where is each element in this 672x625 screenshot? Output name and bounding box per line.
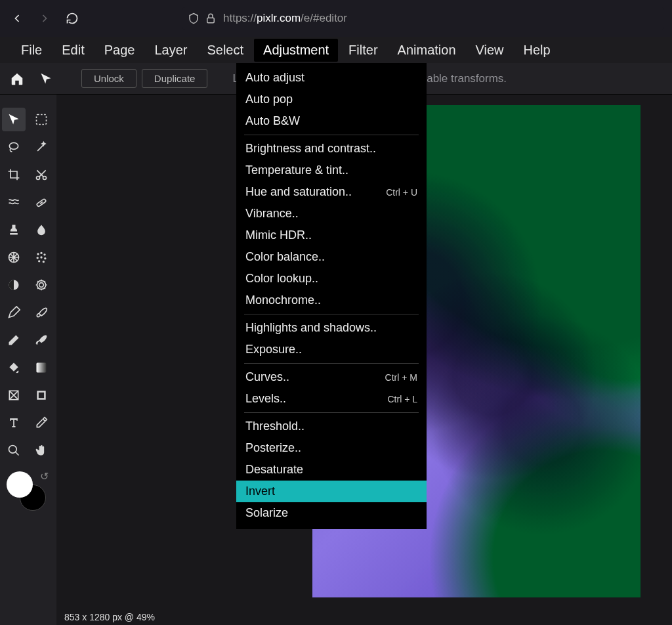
move-tool-icon[interactable] [34,67,58,91]
dropdown-item-label: Levels.. [245,392,286,406]
dropdown-item-label: Highlights and shadows.. [245,321,377,335]
dropdown-item[interactable]: Auto adjust [236,67,427,89]
tool-stamp[interactable] [2,218,26,242]
tool-hand[interactable] [30,439,53,462]
dropdown-item[interactable]: Desaturate [236,459,427,481]
dropdown-separator [244,412,419,413]
svg-point-7 [37,253,39,255]
url-bar[interactable]: https://pixlr.com/e/#editor [182,7,664,30]
tool-wand[interactable] [30,135,53,159]
tool-zoom[interactable] [2,439,26,462]
dropdown-item-label: Desaturate [245,463,303,477]
dropdown-item[interactable]: Brightness and contrast.. [236,138,427,160]
dropdown-item[interactable]: Posterize.. [236,437,427,459]
dropdown-item[interactable]: Solarize [236,502,427,524]
menu-view[interactable]: View [467,39,513,62]
svg-point-8 [40,252,42,254]
tool-blur[interactable] [30,218,53,242]
dropdown-item-label: Auto adjust [245,71,304,85]
tool-brush[interactable] [30,301,53,324]
svg-point-16 [39,283,44,288]
svg-point-20 [9,446,17,454]
tool-fill[interactable] [2,356,26,379]
left-toolbar: ↺ [0,95,56,625]
tool-eraser[interactable] [2,328,26,352]
menu-layer[interactable]: Layer [145,39,196,62]
dropdown-separator [244,314,419,314]
dropdown-item[interactable]: Vibrance.. [236,203,427,225]
tool-pixelate[interactable] [2,246,26,269]
duplicate-button[interactable]: Duplicate [142,69,208,88]
tool-sponge[interactable] [30,273,53,297]
adjustment-dropdown: Auto adjustAuto popAuto B&WBrightness an… [236,63,427,529]
tool-text[interactable] [2,411,26,435]
menu-file[interactable]: File [12,39,51,62]
menu-select[interactable]: Select [198,39,253,62]
tool-cut[interactable] [30,163,53,186]
dropdown-item[interactable]: Threshold.. [236,416,427,437]
tool-pen[interactable] [2,301,26,324]
tool-disperse[interactable] [30,246,53,269]
dropdown-item[interactable]: Auto pop [236,89,427,110]
swap-colors-icon[interactable]: ↺ [40,470,49,483]
tool-liquify[interactable] [2,190,26,214]
dropdown-item-label: Invert [245,485,275,498]
dropdown-item-label: Solarize [245,506,288,520]
dropdown-item-shortcut: Ctrl + L [387,394,417,404]
tool-move[interactable] [2,108,26,131]
dropdown-item[interactable]: Hue and saturation..Ctrl + U [236,181,427,203]
dropdown-item[interactable]: Highlights and shadows.. [236,317,427,339]
dropdown-item-shortcut: Ctrl + U [386,187,417,198]
menu-help[interactable]: Help [514,39,560,62]
home-icon[interactable] [5,67,29,91]
svg-rect-1 [37,115,47,125]
dropdown-item[interactable]: Color balance.. [236,246,427,268]
menu-filter[interactable]: Filter [339,39,387,62]
tool-dodge[interactable] [2,273,26,297]
dropdown-item-label: Mimic HDR.. [245,228,312,242]
back-button[interactable] [8,9,26,28]
dropdown-item[interactable]: Exposure.. [236,339,427,360]
tool-marquee[interactable] [30,108,53,131]
status-bar: 853 x 1280 px @ 49% [56,609,163,625]
tool-frame[interactable] [30,383,53,407]
reload-button[interactable] [63,9,81,28]
dropdown-item[interactable]: Curves..Ctrl + M [236,366,427,388]
fg-color-swatch[interactable] [7,471,33,498]
svg-point-13 [38,260,40,262]
dropdown-item-label: Color lookup.. [245,272,318,286]
tool-shape[interactable] [2,383,26,407]
dropdown-item-label: Auto B&W [245,114,300,128]
dropdown-item[interactable]: Monochrome.. [236,290,427,311]
color-swatches[interactable]: ↺ [7,471,46,511]
svg-rect-18 [37,363,47,373]
dropdown-item[interactable]: Color lookup.. [236,268,427,290]
dropdown-separator [244,363,419,364]
menu-page[interactable]: Page [95,39,144,62]
dropdown-item-label: Exposure.. [245,343,302,356]
forward-button[interactable] [35,9,54,28]
dropdown-item-label: Temperature & tint.. [245,163,348,177]
unlock-button[interactable]: Unlock [81,69,136,88]
tool-lasso[interactable] [2,135,26,159]
menu-edit[interactable]: Edit [52,39,93,62]
dropdown-item[interactable]: Mimic HDR.. [236,225,427,246]
dropdown-item[interactable]: Temperature & tint.. [236,160,427,181]
browser-bar: https://pixlr.com/e/#editor [0,0,672,37]
menu-animation[interactable]: Animation [388,39,465,62]
dropdown-item-label: Hue and saturation.. [245,185,352,199]
svg-point-10 [37,257,39,259]
dropdown-item-shortcut: Ctrl + M [385,372,417,383]
dropdown-item[interactable]: Invert [236,481,427,502]
svg-point-11 [40,256,42,258]
menu-adjustment[interactable]: Adjustment [254,39,338,62]
tool-crop[interactable] [2,163,26,186]
dropdown-item[interactable]: Levels..Ctrl + L [236,388,427,410]
tool-heal[interactable] [30,190,53,214]
dropdown-item-label: Monochrome.. [245,293,321,307]
dropdown-item[interactable]: Auto B&W [236,110,427,132]
tool-gradient[interactable] [30,356,53,379]
dropdown-item-label: Vibrance.. [245,207,299,221]
tool-smudge[interactable] [30,328,53,352]
tool-eyedropper[interactable] [30,411,53,435]
